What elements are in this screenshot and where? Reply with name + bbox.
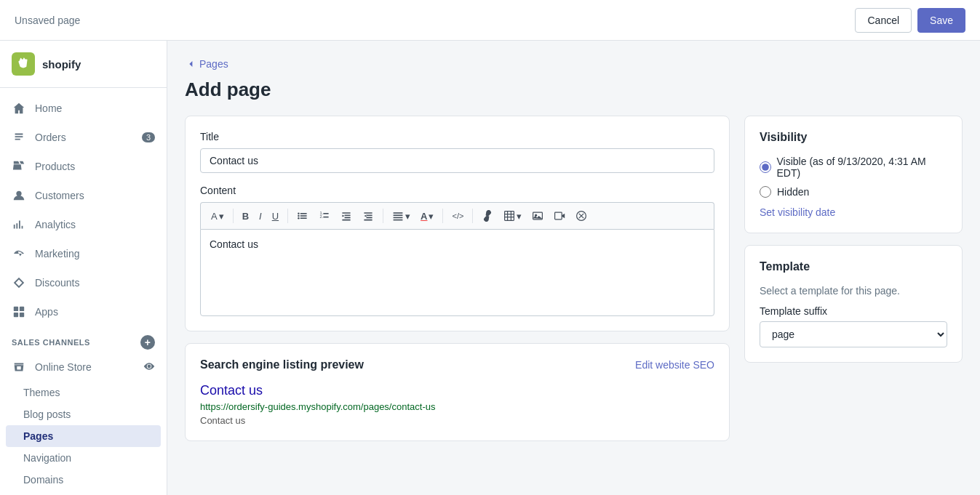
left-column: Title Content A ▾ B I U	[185, 116, 730, 441]
add-channel-button[interactable]: +	[140, 335, 155, 350]
title-field-label: Title	[200, 131, 714, 142]
seo-preview-title: Contact us	[200, 383, 714, 398]
topbar: Unsaved page Cancel Save	[0, 0, 980, 41]
table-dropdown-arrow: ▾	[517, 211, 522, 222]
template-select[interactable]: page	[760, 321, 947, 347]
sidebar-item-home[interactable]: Home	[0, 94, 167, 123]
hidden-radio[interactable]	[760, 186, 771, 198]
svg-rect-19	[394, 217, 403, 219]
svg-point-7	[298, 213, 299, 214]
sidebar-item-discounts-label: Discounts	[35, 277, 79, 289]
set-visibility-link[interactable]: Set visibility date	[760, 206, 835, 218]
template-title: Template	[760, 260, 947, 273]
save-button[interactable]: Save	[917, 8, 965, 33]
sidebar-item-analytics[interactable]: Analytics	[0, 210, 167, 239]
sidebar-subitem-navigation[interactable]: Navigation	[0, 447, 167, 469]
chevron-left-icon	[185, 58, 196, 70]
svg-rect-16	[323, 217, 328, 218]
title-input[interactable]	[200, 148, 714, 173]
sidebar-subitem-blog-posts[interactable]: Blog posts	[0, 403, 167, 425]
visibility-card: Visibility Visible (as of 9/13/2020, 4:3…	[744, 116, 963, 233]
svg-rect-24	[555, 212, 562, 220]
sidebar-item-apps[interactable]: Apps	[0, 297, 167, 326]
sidebar-item-customers[interactable]: Customers	[0, 181, 167, 210]
sidebar-item-home-label: Home	[35, 102, 62, 114]
toolbar-sep-1	[233, 209, 234, 223]
paragraph-format-button[interactable]: A ▾	[207, 208, 228, 225]
sidebar-item-discounts[interactable]: Discounts	[0, 268, 167, 297]
align-button[interactable]: ▾	[388, 207, 415, 225]
sidebar-subitem-preferences[interactable]: Preferences	[0, 491, 167, 495]
orders-badge: 3	[142, 132, 155, 142]
svg-point-5	[148, 364, 151, 368]
sidebar-item-customers-label: Customers	[35, 190, 84, 201]
main-layout: shopify Home Orders 3	[0, 41, 980, 495]
ordered-list-button[interactable]: 1.2.	[314, 207, 335, 225]
svg-rect-4	[20, 313, 24, 317]
sidebar-item-products[interactable]: Products	[0, 152, 167, 181]
toolbar-sep-2	[287, 209, 288, 223]
hidden-label: Hidden	[777, 186, 809, 198]
sidebar-item-orders-label: Orders	[35, 132, 66, 143]
svg-rect-20	[394, 220, 403, 221]
sidebar-subitem-domains[interactable]: Domains	[0, 469, 167, 491]
underline-button[interactable]: U	[268, 208, 283, 225]
svg-point-11	[298, 217, 299, 219]
svg-rect-10	[300, 215, 307, 217]
svg-point-0	[16, 191, 21, 196]
svg-rect-1	[14, 307, 18, 311]
editor-text: Contact us	[210, 238, 258, 250]
sidebar-item-analytics-label: Analytics	[35, 219, 76, 230]
code-button[interactable]: </>	[447, 209, 468, 223]
sidebar-item-apps-label: Apps	[35, 306, 58, 318]
editor-content[interactable]: Contact us	[200, 229, 714, 316]
edit-seo-link[interactable]: Edit website SEO	[635, 359, 714, 371]
video-button[interactable]	[549, 207, 570, 225]
sidebar-item-online-store-label: Online Store	[35, 361, 92, 373]
cancel-button[interactable]: Cancel	[855, 8, 912, 33]
svg-rect-3	[14, 313, 18, 317]
indent-button[interactable]	[336, 207, 356, 225]
sidebar: shopify Home Orders 3	[0, 41, 167, 495]
seo-header: Search engine listing preview Edit websi…	[200, 358, 714, 371]
sidebar-subitem-themes[interactable]: Themes	[0, 382, 167, 403]
marketing-icon	[12, 246, 26, 261]
visible-radio[interactable]	[760, 161, 771, 173]
domains-label: Domains	[23, 474, 63, 486]
svg-rect-17	[394, 212, 403, 214]
svg-rect-12	[300, 217, 307, 219]
bullet-list-button[interactable]	[292, 207, 313, 225]
svg-rect-18	[394, 214, 403, 216]
svg-point-9	[298, 215, 299, 217]
online-store-visibility-icon	[143, 361, 155, 374]
discounts-icon	[12, 275, 26, 290]
clear-format-button[interactable]	[571, 207, 591, 225]
visible-radio-item[interactable]: Visible (as of 9/13/2020, 4:31 AM EDT)	[760, 156, 947, 179]
italic-button[interactable]: I	[255, 208, 266, 225]
sidebar-item-marketing[interactable]: Marketing	[0, 239, 167, 268]
bold-button[interactable]: B	[238, 208, 253, 225]
sidebar-item-orders[interactable]: Orders 3	[0, 123, 167, 152]
text-color-button[interactable]: A ▾	[416, 208, 438, 225]
online-store-icon	[12, 360, 26, 374]
sidebar-item-online-store[interactable]: Online Store	[0, 353, 167, 382]
shopify-logo-icon	[12, 52, 35, 76]
hidden-radio-item[interactable]: Hidden	[760, 186, 947, 198]
svg-point-23	[535, 214, 537, 217]
sales-channels-label: SALES CHANNELS	[12, 338, 90, 347]
sidebar-subitem-pages[interactable]: Pages	[6, 425, 161, 447]
image-button[interactable]	[527, 207, 548, 225]
svg-rect-21	[505, 212, 514, 221]
seo-preview-desc: Contact us	[200, 415, 714, 426]
seo-title: Search engine listing preview	[200, 358, 364, 371]
outdent-button[interactable]	[358, 207, 378, 225]
blog-posts-label: Blog posts	[23, 409, 71, 420]
template-subtitle: Select a template for this page.	[760, 285, 947, 297]
toolbar-sep-5	[472, 209, 473, 223]
content-field-label: Content	[200, 185, 714, 196]
table-button[interactable]: ▾	[499, 207, 526, 225]
breadcrumb[interactable]: Pages	[185, 58, 963, 70]
seo-preview-url: https://ordersify-guides.myshopify.com/p…	[200, 401, 714, 412]
link-button[interactable]	[477, 207, 498, 225]
toolbar-sep-3	[383, 209, 383, 223]
